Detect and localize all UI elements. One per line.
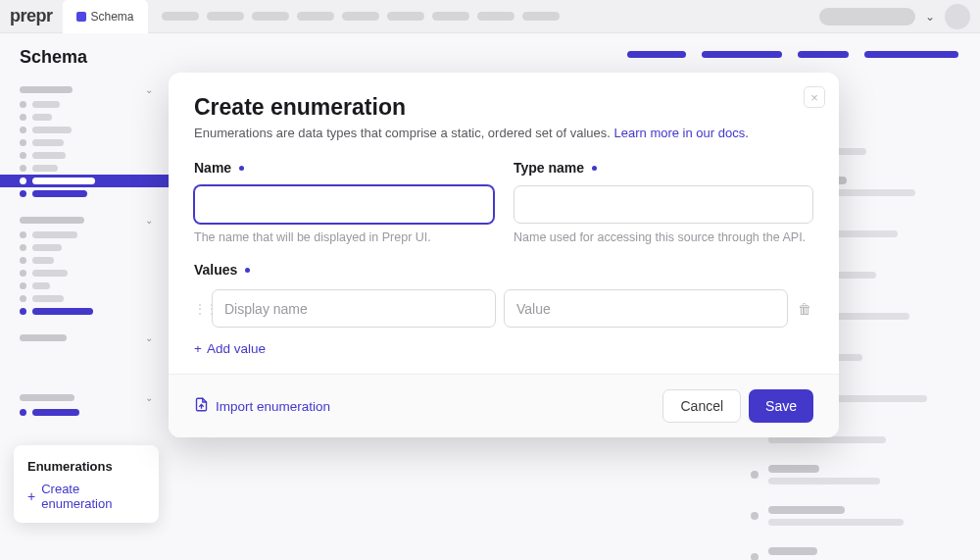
nav-tab-schema[interactable]: Schema	[63, 0, 148, 33]
close-button[interactable]: ×	[804, 86, 825, 108]
type-name-input[interactable]	[514, 185, 813, 224]
trash-icon: 🗑	[798, 301, 811, 317]
sidebar-group-header[interactable]: ⌄	[0, 330, 172, 346]
sidebar-item[interactable]	[0, 111, 172, 124]
sidebar-item[interactable]	[0, 280, 172, 292]
dialog-footer: Import enumeration Cancel Save	[169, 374, 839, 437]
popover-title: Enumerations	[27, 459, 145, 474]
close-icon: ×	[810, 90, 818, 105]
tab-placeholder[interactable]	[702, 51, 782, 58]
import-icon	[194, 397, 209, 415]
sidebar-item[interactable]	[0, 187, 172, 200]
popover-action-label: Create enumeration	[41, 482, 145, 511]
type-name-label: Type name	[514, 160, 813, 176]
sidebar-group-header[interactable]: ⌄	[0, 389, 172, 406]
values-label: Values	[194, 262, 813, 278]
sidebar-item[interactable]	[0, 98, 172, 111]
dialog-description: Enumerations are data types that compris…	[194, 125, 813, 142]
sidebar-item[interactable]	[0, 229, 172, 241]
required-indicator-icon	[592, 166, 597, 171]
enumerations-popover: Enumerations + Create enumeration	[14, 445, 159, 523]
cancel-button[interactable]: Cancel	[662, 389, 741, 423]
plus-icon: +	[194, 341, 202, 356]
sidebar-item[interactable]	[0, 267, 172, 280]
top-nav: prepr Schema ⌄	[0, 0, 980, 33]
tab-placeholder[interactable]	[798, 51, 849, 58]
list-item[interactable]	[751, 547, 958, 560]
save-button[interactable]: Save	[749, 389, 813, 423]
nav-right: ⌄	[819, 4, 970, 29]
sidebar-title: Schema	[0, 47, 172, 81]
tab-placeholder[interactable]	[627, 51, 686, 58]
sidebar-item[interactable]	[0, 254, 172, 267]
avatar[interactable]	[945, 4, 970, 29]
chevron-down-icon: ⌄	[925, 10, 935, 24]
list-item[interactable]	[751, 465, 958, 484]
add-value-button[interactable]: + Add value	[194, 341, 813, 356]
delete-value-button[interactable]: 🗑	[796, 301, 813, 317]
drag-handle-icon[interactable]: ⋮⋮	[194, 302, 204, 316]
sidebar-item[interactable]	[0, 305, 172, 318]
type-name-hint: Name used for accessing this source thro…	[514, 230, 813, 244]
value-input[interactable]	[504, 289, 788, 328]
create-enumeration-button[interactable]: + Create enumeration	[27, 482, 145, 511]
nav-tabs-placeholder	[162, 12, 560, 21]
sidebar-item-active[interactable]	[0, 175, 172, 187]
name-label: Name	[194, 160, 494, 176]
sidebar-item[interactable]	[0, 136, 172, 149]
required-indicator-icon	[245, 268, 250, 273]
brand-logo: prepr	[10, 6, 53, 26]
dialog-title: Create enumeration	[194, 94, 813, 121]
main-tabs	[194, 51, 958, 58]
required-indicator-icon	[239, 166, 244, 171]
sidebar-group-header[interactable]: ⌄	[0, 81, 172, 98]
schema-icon	[76, 12, 86, 22]
sidebar: Schema ⌄ ⌄ ⌄ ⌄	[0, 33, 172, 560]
create-enumeration-dialog: × Create enumeration Enumerations are da…	[169, 73, 839, 437]
tab-placeholder[interactable]	[864, 51, 958, 58]
sidebar-group-header[interactable]: ⌄	[0, 212, 172, 229]
sidebar-item[interactable]	[0, 241, 172, 254]
learn-more-link[interactable]: Learn more in our docs.	[614, 126, 749, 140]
nav-tab-label: Schema	[91, 10, 134, 24]
value-row: ⋮⋮ 🗑	[194, 289, 813, 328]
name-input[interactable]	[194, 185, 494, 224]
sidebar-item[interactable]	[0, 124, 172, 136]
sidebar-item[interactable]	[0, 292, 172, 305]
plus-icon: +	[27, 489, 35, 503]
sidebar-item[interactable]	[0, 149, 172, 162]
workspace-select[interactable]	[819, 8, 915, 25]
sidebar-item[interactable]	[0, 162, 172, 175]
list-item[interactable]	[751, 506, 958, 526]
sidebar-item[interactable]	[0, 406, 172, 419]
display-name-input[interactable]	[212, 289, 496, 328]
name-hint: The name that will be displayed in Prepr…	[194, 230, 494, 244]
import-enumeration-button[interactable]: Import enumeration	[194, 397, 330, 415]
